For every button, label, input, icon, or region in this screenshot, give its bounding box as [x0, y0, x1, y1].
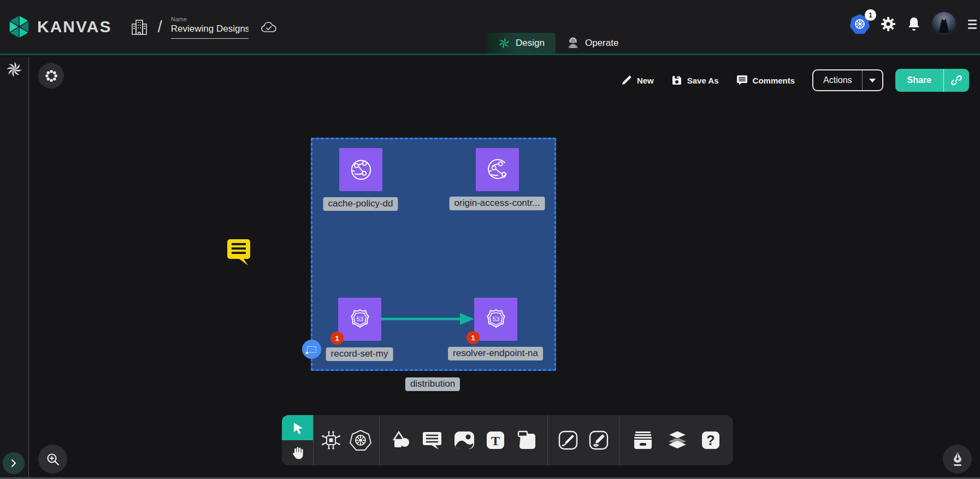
name-field-label: Name: [171, 16, 249, 22]
node-cache-policy[interactable]: [339, 148, 382, 191]
breadcrumb-separator: /: [157, 17, 162, 36]
kanvas-logo-icon[interactable]: [7, 14, 32, 39]
comments-button[interactable]: Comments: [736, 75, 795, 86]
settings-gear-icon[interactable]: [881, 16, 896, 32]
notifications-bell-icon[interactable]: [907, 16, 921, 32]
text-tool-icon: T: [486, 430, 505, 450]
freehand-tool-button[interactable]: [588, 430, 609, 451]
zoom-in-icon: [45, 452, 61, 467]
freehand-pencil-icon: [588, 430, 609, 451]
comment-tool-button[interactable]: [422, 430, 442, 450]
image-tool-button[interactable]: [453, 430, 475, 450]
svg-text:53: 53: [356, 316, 363, 322]
media-tools-group: T: [380, 415, 547, 465]
node-label-resolver-endpoint[interactable]: resolver-endpoint-na: [448, 347, 543, 360]
pointer-tools-column: [282, 415, 313, 465]
tab-operate-label: Operate: [585, 38, 618, 49]
meshery-swirl-icon[interactable]: [6, 61, 22, 78]
node-label-record-set[interactable]: record-set-my: [326, 347, 393, 361]
design-actions-row: New Save As: [621, 69, 969, 92]
node-label-origin-access[interactable]: origin-access-contr...: [450, 197, 545, 210]
drawer-icon: [632, 430, 654, 450]
actions-caret-button[interactable]: [863, 70, 882, 90]
node-record-set[interactable]: 53: [338, 298, 381, 341]
help-button[interactable]: ?: [701, 430, 721, 450]
tab-design[interactable]: Design: [487, 33, 556, 54]
tab-operate[interactable]: Operate: [556, 33, 629, 54]
design-swirl-icon: [498, 37, 510, 49]
chevron-down-icon: [869, 79, 876, 82]
hamburger-menu-icon[interactable]: [968, 20, 977, 29]
edge-pen-icon: [558, 430, 578, 451]
actions-label[interactable]: Actions: [813, 70, 861, 90]
drawer-button[interactable]: [632, 430, 654, 450]
edge-record-set-to-resolver[interactable]: [381, 311, 475, 327]
pan-hand-icon: [291, 446, 305, 460]
group-label-distribution[interactable]: distribution: [405, 377, 460, 391]
canvas-comment-marker[interactable]: [227, 238, 252, 267]
dock-toggle-button[interactable]: [38, 63, 64, 88]
zoom-in-button[interactable]: [38, 445, 67, 474]
layers-icon: [666, 430, 688, 451]
cloud-check-icon: [261, 21, 278, 34]
route53-shield-icon: 53: [483, 306, 509, 333]
header-right-cluster: 1: [850, 12, 977, 36]
header-bar: KANVAS / Name: [0, 0, 980, 55]
brand-wordmark: KANVAS: [37, 17, 111, 36]
building-icon[interactable]: [131, 17, 147, 36]
actions-split-button[interactable]: Actions: [812, 69, 883, 91]
select-tool-button[interactable]: [282, 415, 313, 440]
image-tool-icon: [453, 430, 475, 450]
svg-text:53: 53: [492, 316, 499, 322]
kubernetes-context-button[interactable]: 1: [850, 14, 870, 34]
design-name-input[interactable]: [171, 23, 249, 39]
kubernetes-wheel-icon: [349, 429, 372, 451]
flower-menu-icon: [44, 69, 58, 83]
help-icon: ?: [701, 430, 721, 450]
share-split-button[interactable]: Share: [895, 69, 969, 92]
edge-tool-button[interactable]: [558, 430, 578, 451]
comment-tool-icon: [422, 430, 442, 450]
operate-headset-icon: [566, 37, 580, 50]
node-resolver-endpoint[interactable]: 53: [474, 298, 517, 341]
selection-rect-icon: [307, 346, 316, 353]
note-tool-button[interactable]: [516, 430, 537, 450]
design-name-field: Name: [171, 16, 249, 39]
copy-link-button[interactable]: [944, 69, 969, 92]
new-button[interactable]: New: [621, 75, 654, 86]
shapes-tool-button[interactable]: [391, 430, 411, 451]
comments-label: Comments: [753, 76, 795, 85]
note-tool-icon: [516, 430, 537, 450]
pen-mode-button[interactable]: [943, 445, 972, 474]
text-tool-button[interactable]: T: [486, 430, 505, 450]
pan-tool-button[interactable]: [282, 440, 313, 465]
layers-button[interactable]: [666, 430, 688, 451]
components-tool-button[interactable]: [321, 430, 341, 451]
kanvas-app: KANVAS / Name: [0, 0, 980, 479]
group-selection-handle[interactable]: [302, 340, 321, 359]
kubernetes-tool-button[interactable]: [349, 429, 372, 451]
svg-text:T: T: [491, 434, 500, 448]
canvas-toolbar: T: [282, 415, 733, 465]
user-avatar[interactable]: [932, 12, 956, 36]
share-label[interactable]: Share: [895, 69, 943, 92]
globe-network-pin-icon: [485, 157, 511, 183]
record-set-issue-badge[interactable]: 1: [330, 332, 344, 345]
select-cursor-icon: [291, 421, 304, 434]
globe-network-icon: [348, 157, 374, 183]
components-chip-icon: [321, 430, 341, 451]
chevron-right-icon: [9, 459, 18, 468]
node-label-cache-policy[interactable]: cache-policy-dd: [323, 197, 398, 211]
pen-nib-icon: [951, 451, 965, 468]
shapes-icon: [391, 430, 411, 451]
save-as-button[interactable]: Save As: [671, 75, 719, 86]
misc-tools-group: ?: [619, 415, 733, 465]
node-origin-access[interactable]: [476, 148, 519, 191]
new-label: New: [637, 76, 654, 85]
component-tools-group: [314, 415, 379, 465]
drawing-tools-group: [548, 415, 619, 465]
resolver-endpoint-issue-badge[interactable]: 1: [467, 331, 480, 344]
route53-shield-icon: 53: [347, 306, 373, 333]
new-pencil-icon: [621, 75, 632, 86]
expand-sidebar-button[interactable]: [3, 452, 25, 474]
